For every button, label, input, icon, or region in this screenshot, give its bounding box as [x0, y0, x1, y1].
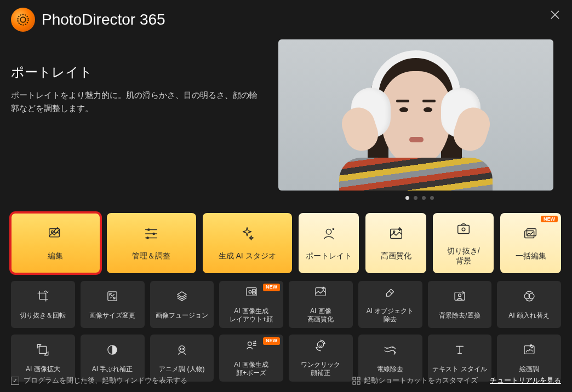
svg-point-5	[153, 232, 156, 235]
svg-point-30	[318, 342, 324, 348]
sub-tile-crop-rotate[interactable]: 切り抜き＆回転	[11, 281, 75, 328]
tile-label: 一括編集	[516, 251, 546, 261]
hero-title: ポートレイト	[11, 64, 265, 81]
svg-rect-35	[357, 377, 360, 380]
ai-layout-face-icon	[244, 285, 259, 302]
svg-point-16	[249, 291, 251, 293]
sliders-icon	[143, 226, 159, 244]
ai-face-pose-icon	[244, 338, 259, 355]
svg-point-0	[18, 14, 28, 25]
sub-tile-anime[interactable]: アニメ調 (人物)	[150, 335, 214, 382]
check-icon: ✓	[11, 377, 19, 385]
tile-label: AI 画像高画質化	[307, 307, 334, 324]
carousel-dot[interactable]	[430, 196, 434, 200]
svg-point-21	[458, 294, 461, 297]
main-tile-cutout[interactable]: 切り抜き/背景	[433, 213, 494, 273]
svg-rect-17	[252, 290, 255, 291]
hero-carousel	[278, 39, 561, 200]
edit-image-icon	[47, 226, 64, 244]
carousel-dots	[278, 196, 561, 200]
svg-point-32	[392, 347, 393, 348]
tile-label: 生成 AI スタジオ	[219, 251, 276, 261]
svg-rect-19	[316, 288, 325, 296]
eraser-icon	[383, 285, 397, 302]
deblur-icon	[105, 343, 119, 360]
text-style-icon	[453, 343, 467, 360]
sub-tile-deblur[interactable]: AI 手ぶれ補正	[81, 335, 145, 382]
tile-label: AI 手ぶれ補正	[92, 365, 133, 374]
tutorial-link[interactable]: チュートリアルを見る	[490, 376, 561, 385]
sub-tile-fusion[interactable]: 画像フュージョン	[150, 281, 214, 328]
svg-point-27	[180, 348, 181, 350]
carousel-dot[interactable]	[414, 196, 417, 200]
tile-label: 背景除去/置換	[439, 312, 480, 320]
main-tiles-row: 編集管理＆調整生成 AI スタジオポートレイト高画質化切り抜き/背景NEW一括編…	[0, 204, 572, 278]
svg-point-29	[248, 342, 251, 346]
hero-image[interactable]	[278, 39, 553, 191]
sub-tile-painting[interactable]: 絵画調	[497, 335, 561, 382]
painting-icon	[522, 343, 536, 360]
sub-tile-bg-remove[interactable]: 背景除去/置換	[428, 281, 492, 328]
svg-point-11	[462, 228, 465, 231]
bg-remove-icon	[453, 289, 467, 306]
sub-tile-ai-face-pose[interactable]: NEWAI 画像生成顔+ポーズ	[219, 335, 283, 382]
svg-rect-12	[524, 230, 534, 238]
svg-point-3	[52, 230, 54, 233]
svg-rect-18	[252, 292, 255, 294]
footer: ✓ プログラムを閉じた後、起動ウィンドウを表示する 起動ショートカットをカスタマ…	[0, 376, 572, 385]
main-tile-portrait[interactable]: ポートレイト	[299, 213, 359, 273]
fusion-icon	[175, 289, 189, 306]
svg-point-4	[147, 228, 150, 231]
close-button[interactable]	[548, 8, 562, 22]
sub-tile-expand[interactable]: AI 画像拡大	[11, 335, 75, 382]
svg-point-7	[326, 229, 331, 234]
svg-point-31	[386, 348, 387, 349]
tile-label: 画像サイズ変更	[89, 312, 135, 320]
main-tile-batch-image[interactable]: NEW一括編集	[500, 213, 561, 273]
sub-tile-ai-layout-face[interactable]: NEWAI 画像生成レイアウト+顔	[219, 281, 283, 328]
portrait-icon	[321, 226, 337, 244]
sparkle-icon	[239, 226, 255, 244]
sub-tile-ai-enhance[interactable]: AI 画像高画質化	[289, 281, 353, 328]
tile-label: 高画質化	[381, 251, 411, 261]
svg-point-1	[20, 17, 26, 22]
ai-enhance-icon	[313, 285, 328, 302]
tile-label: 管理＆調整	[132, 251, 170, 261]
new-badge: NEW	[541, 216, 558, 222]
new-badge: NEW	[263, 337, 280, 345]
tile-label: AI 画像生成レイアウト+顔	[230, 307, 273, 324]
main-tile-edit-image[interactable]: 編集	[11, 213, 100, 273]
sub-tile-eraser[interactable]: AI オブジェクト除去	[358, 281, 422, 328]
cutout-icon	[455, 221, 472, 239]
tile-label: 画像フュージョン	[156, 312, 208, 320]
tile-label: 絵画調	[519, 365, 539, 374]
startup-window-checkbox[interactable]: ✓ プログラムを閉じた後、起動ウィンドウを表示する	[11, 376, 187, 385]
tile-label: アニメ調 (人物)	[159, 365, 204, 374]
tile-label: AI 画像拡大	[26, 365, 60, 374]
sub-tile-text-style[interactable]: テキスト スタイル	[428, 335, 492, 382]
svg-point-9	[393, 231, 395, 233]
tile-label: 電線除去	[377, 365, 403, 374]
sub-tile-resize[interactable]: 画像サイズ変更	[81, 281, 145, 328]
svg-point-28	[182, 348, 184, 350]
tile-label: AI オブジェクト除去	[367, 307, 414, 324]
grid-icon	[352, 377, 361, 385]
sub-tile-face-swap[interactable]: AI 顔入れ替え	[497, 281, 561, 328]
sub-tile-wire-remove[interactable]: 電線除去	[358, 335, 422, 382]
tile-label: 切り抜き/背景	[447, 246, 480, 266]
app-logo-icon	[11, 8, 35, 32]
resize-icon	[105, 289, 119, 306]
carousel-dot[interactable]	[405, 196, 409, 200]
main-tile-sparkle[interactable]: 生成 AI スタジオ	[203, 213, 292, 273]
customize-shortcuts-link[interactable]: 起動ショートカットをカスタマイズ	[352, 376, 478, 385]
app-title: PhotoDirector 365	[42, 11, 165, 28]
svg-rect-13	[527, 228, 536, 235]
carousel-dot[interactable]	[422, 196, 426, 200]
batch-image-icon	[523, 226, 539, 244]
main-tile-sliders[interactable]: 管理＆調整	[107, 213, 196, 273]
svg-rect-10	[457, 225, 469, 233]
hero-section: ポートレイト ポートレイトをより魅力的に。肌の滑らかさ、目の明るさ、顔の輪郭など…	[0, 39, 572, 204]
svg-point-6	[146, 237, 149, 239]
sub-tile-face-retouch[interactable]: ワンクリック顔補正	[289, 335, 353, 382]
main-tile-image-quality[interactable]: 高画質化	[365, 213, 426, 273]
